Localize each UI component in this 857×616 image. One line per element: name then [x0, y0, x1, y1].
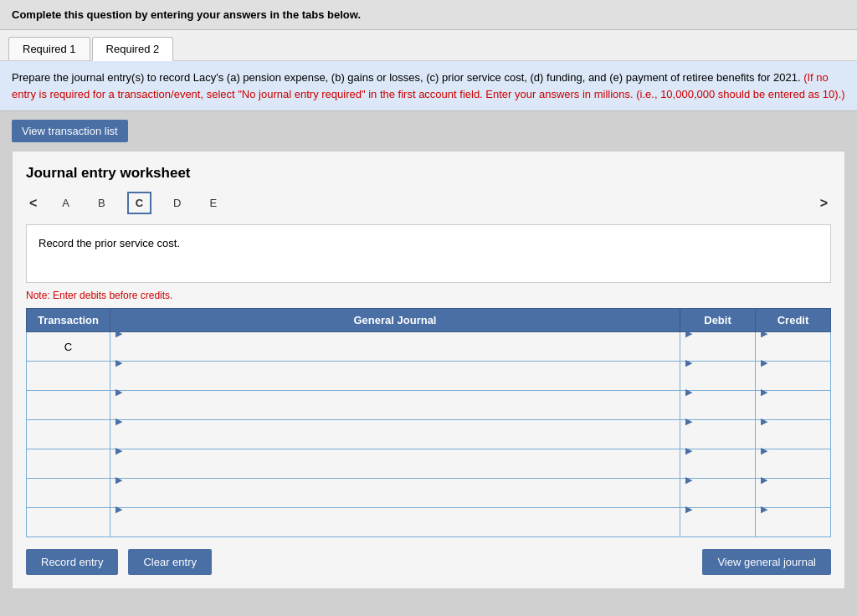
credit-arrow-icon: ▶ [759, 445, 767, 455]
credit-input[interactable] [759, 368, 830, 397]
table-row: C▶ ▶ ▶ [27, 332, 831, 362]
credit-input[interactable] [759, 485, 830, 514]
description-main: Prepare the journal entry(s) to record L… [12, 71, 803, 84]
debit-input[interactable] [684, 485, 755, 514]
debit-arrow-icon: ▶ [684, 416, 692, 426]
row-arrow-icon: ▶ [114, 416, 122, 426]
credit-input[interactable] [759, 339, 830, 367]
general-journal-input[interactable] [114, 456, 680, 485]
credit-input[interactable] [759, 427, 830, 455]
top-instruction: Complete this question by entering your … [0, 0, 857, 30]
debit-input[interactable] [684, 368, 755, 397]
row-arrow-icon: ▶ [114, 357, 122, 367]
debit-arrow-icon: ▶ [684, 445, 692, 455]
description-box: Prepare the journal entry(s) to record L… [0, 61, 857, 111]
credit-input[interactable] [759, 456, 830, 485]
general-journal-input[interactable] [114, 485, 680, 514]
transaction-cell [27, 420, 110, 449]
credit-arrow-icon: ▶ [759, 475, 767, 485]
row-arrow-icon: ▶ [114, 504, 122, 514]
nav-tab-a[interactable]: A [55, 193, 76, 213]
debit-input[interactable] [684, 515, 755, 543]
tabs-bar: Required 1 Required 2 [0, 30, 857, 61]
credit-arrow-icon: ▶ [759, 387, 767, 397]
general-journal-input[interactable] [114, 398, 680, 426]
tab-required-1[interactable]: Required 1 [8, 37, 90, 60]
row-arrow-icon: ▶ [114, 475, 122, 485]
transaction-cell [27, 508, 110, 537]
debit-arrow-icon: ▶ [684, 328, 692, 338]
credit-input[interactable] [759, 515, 830, 543]
instruction-text: Complete this question by entering your … [12, 8, 361, 21]
instruction-text-box: Record the prior service cost. [26, 224, 831, 283]
nav-tab-c[interactable]: C [127, 192, 151, 214]
nav-tab-e[interactable]: E [203, 193, 223, 213]
debit-input[interactable] [684, 427, 755, 455]
worksheet-title: Journal entry worksheet [26, 165, 831, 182]
transaction-cell [27, 449, 110, 479]
debit-input[interactable] [684, 456, 755, 485]
tab-required-2[interactable]: Required 2 [92, 37, 174, 61]
transaction-cell [27, 391, 110, 420]
debit-arrow-icon: ▶ [684, 475, 692, 485]
debit-input[interactable] [684, 398, 755, 426]
nav-tab-d[interactable]: D [167, 193, 187, 213]
credit-arrow-icon: ▶ [759, 357, 767, 367]
general-journal-input[interactable] [114, 368, 680, 397]
worksheet-container: Journal entry worksheet < A B C D E > Re… [12, 151, 845, 589]
nav-left-arrow[interactable]: < [26, 194, 40, 213]
credit-arrow-icon: ▶ [759, 416, 767, 426]
clear-entry-button[interactable]: Clear entry [128, 549, 212, 575]
general-journal-input[interactable] [114, 339, 680, 367]
debit-arrow-icon: ▶ [684, 504, 692, 514]
view-general-journal-button[interactable]: View general journal [702, 549, 831, 575]
credit-arrow-icon: ▶ [759, 504, 767, 514]
view-transaction-button[interactable]: View transaction list [12, 120, 128, 142]
transaction-cell [27, 362, 110, 391]
col-header-transaction: Transaction [27, 309, 110, 332]
general-journal-input[interactable] [114, 427, 680, 455]
row-arrow-icon: ▶ [114, 445, 122, 455]
credit-input[interactable] [759, 398, 830, 426]
nav-tabs-row: < A B C D E > [26, 192, 831, 214]
debit-input[interactable] [684, 339, 755, 367]
nav-right-arrow[interactable]: > [817, 194, 831, 213]
row-arrow-icon: ▶ [114, 387, 122, 397]
debit-arrow-icon: ▶ [684, 387, 692, 397]
credit-arrow-icon: ▶ [759, 328, 767, 338]
note-text: Note: Enter debits before credits. [26, 290, 831, 301]
bottom-buttons: Record entry Clear entry View general jo… [26, 549, 831, 575]
transaction-cell [27, 479, 110, 508]
row-arrow-icon: ▶ [114, 328, 122, 338]
col-header-general: General Journal [110, 309, 680, 332]
transaction-cell: C [27, 332, 110, 362]
debit-arrow-icon: ▶ [684, 357, 692, 367]
instruction-content: Record the prior service cost. [38, 237, 180, 249]
general-journal-input[interactable] [114, 515, 680, 543]
nav-tab-b[interactable]: B [91, 193, 112, 213]
general-journal-cell[interactable]: ▶ [110, 332, 680, 362]
record-entry-button[interactable]: Record entry [26, 549, 118, 575]
journal-table: Transaction General Journal Debit Credit… [26, 308, 831, 537]
